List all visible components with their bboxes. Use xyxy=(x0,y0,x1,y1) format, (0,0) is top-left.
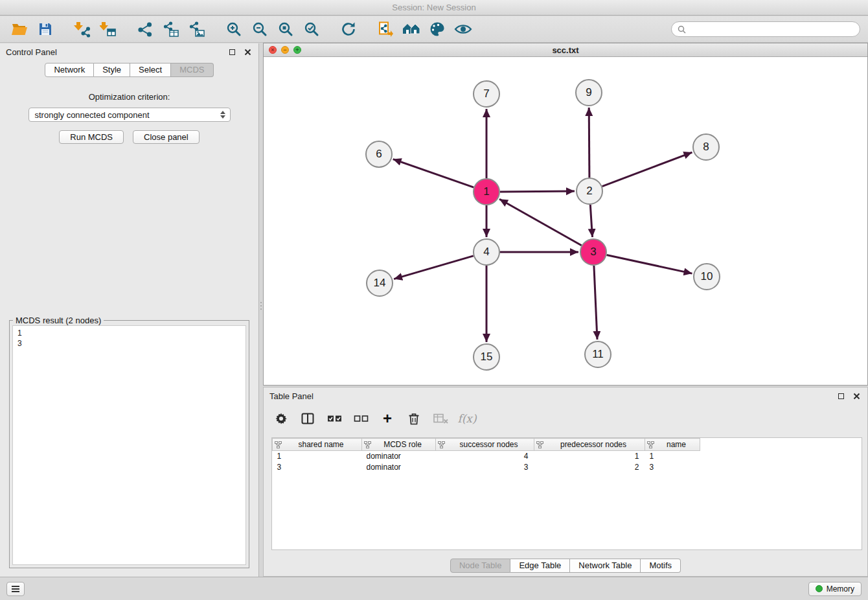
graph-edge-3-1[interactable] xyxy=(499,199,582,245)
graph-edge-3-10[interactable] xyxy=(607,255,692,274)
copy-network-button[interactable] xyxy=(372,17,398,41)
deselect-all-rows-button[interactable] xyxy=(352,410,369,427)
search-box[interactable] xyxy=(671,21,860,37)
add-column-button[interactable]: + xyxy=(379,410,396,427)
select-all-icon xyxy=(327,414,342,423)
graph-node-6[interactable]: 6 xyxy=(366,141,392,167)
table-header-row: shared name MCDS role successor nodes pr… xyxy=(273,439,700,451)
save-session-button[interactable] xyxy=(32,17,58,41)
graph-node-2[interactable]: 2 xyxy=(577,178,602,204)
search-icon xyxy=(678,25,686,34)
cell-predecessor-nodes[interactable]: 2 xyxy=(534,462,645,473)
open-style-button[interactable] xyxy=(424,17,450,41)
graph-node-label: 2 xyxy=(586,185,592,197)
tab-select[interactable]: Select xyxy=(130,63,171,77)
column-header-mcds-role[interactable]: MCDS role xyxy=(362,439,436,451)
float-control-panel-button[interactable] xyxy=(227,47,237,57)
cell-shared-name[interactable]: 3 xyxy=(273,462,362,473)
graph-edge-2-3[interactable] xyxy=(590,205,592,237)
export-network-image-button[interactable] xyxy=(184,17,210,41)
mcds-result-list[interactable]: 1 3 xyxy=(12,325,246,565)
zoom-window-button[interactable]: + xyxy=(293,46,301,54)
delete-table-icon xyxy=(433,413,448,424)
column-header-shared-name[interactable]: shared name xyxy=(273,439,362,451)
cell-name[interactable]: 1 xyxy=(645,451,700,462)
cell-mcds-role[interactable]: dominator xyxy=(362,451,436,462)
cell-successor-nodes[interactable]: 4 xyxy=(436,451,534,462)
window-controls: × − + xyxy=(269,46,301,54)
graph-node-1[interactable]: 1 xyxy=(474,179,499,205)
column-header-successor-nodes[interactable]: successor nodes xyxy=(436,439,534,451)
tab-style[interactable]: Style xyxy=(94,63,130,77)
graph-node-4[interactable]: 4 xyxy=(474,239,499,265)
cell-mcds-role[interactable]: dominator xyxy=(362,462,436,473)
graph-node-7[interactable]: 7 xyxy=(474,81,499,107)
show-hide-graphics-button[interactable] xyxy=(450,17,476,41)
import-network-button[interactable] xyxy=(69,17,95,41)
delete-columns-button[interactable] xyxy=(405,410,422,427)
column-header-predecessor-nodes[interactable]: predecessor nodes xyxy=(534,439,645,451)
graph-node-15[interactable]: 15 xyxy=(474,344,499,370)
control-panel-header: Control Panel xyxy=(0,43,258,60)
close-window-button[interactable]: × xyxy=(269,46,277,54)
close-control-panel-button[interactable] xyxy=(242,47,253,57)
apply-layout-button[interactable] xyxy=(336,17,361,41)
float-table-panel-button[interactable] xyxy=(836,391,846,401)
graph-node-8[interactable]: 8 xyxy=(693,134,719,160)
zoom-selected-button[interactable] xyxy=(299,17,325,41)
memory-button[interactable]: Memory xyxy=(808,582,862,596)
import-table-button[interactable] xyxy=(95,17,121,41)
cell-shared-name[interactable]: 1 xyxy=(273,451,362,462)
close-icon xyxy=(244,49,251,56)
graph-node-label: 4 xyxy=(483,246,489,258)
tab-network[interactable]: Network xyxy=(45,63,94,77)
first-neighbors-button[interactable] xyxy=(398,17,424,41)
graph-node-3[interactable]: 3 xyxy=(580,239,606,265)
toggle-column-panel-button[interactable] xyxy=(299,410,316,427)
save-icon xyxy=(38,21,53,37)
graph-edge-2-9[interactable] xyxy=(589,108,589,178)
graph-node-11[interactable]: 11 xyxy=(585,341,611,367)
new-network-from-table-button[interactable] xyxy=(158,17,184,41)
zoom-fit-button[interactable] xyxy=(273,17,299,41)
new-network-button[interactable] xyxy=(132,17,158,41)
criterion-dropdown[interactable]: strongly connected component xyxy=(29,108,231,122)
cell-predecessor-nodes[interactable]: 1 xyxy=(534,451,645,462)
zoom-in-button[interactable] xyxy=(221,17,247,41)
tab-edge-table[interactable]: Edge Table xyxy=(510,559,570,573)
control-panel: Control Panel Network Style Select MCDS … xyxy=(0,43,259,577)
graph-edge-1-6[interactable] xyxy=(393,159,474,188)
close-panel-button[interactable]: Close panel xyxy=(133,130,200,144)
graph-node-14[interactable]: 14 xyxy=(367,270,393,296)
tab-node-table[interactable]: Node Table xyxy=(450,559,511,573)
select-all-rows-button[interactable] xyxy=(326,410,343,427)
run-mcds-button[interactable]: Run MCDS xyxy=(59,130,124,144)
table-row[interactable]: 1 dominator 4 1 1 xyxy=(273,451,700,462)
graph-edge-1-2[interactable] xyxy=(500,191,575,192)
import-table-icon xyxy=(100,21,117,38)
network-graph: 7968124314101511 xyxy=(264,57,867,384)
tab-network-table[interactable]: Network Table xyxy=(570,559,641,573)
search-input[interactable] xyxy=(690,25,854,34)
graph-edge-3-11[interactable] xyxy=(594,266,597,340)
close-table-panel-button[interactable] xyxy=(851,391,862,401)
gear-icon xyxy=(275,412,288,425)
tab-mcds[interactable]: MCDS xyxy=(171,63,213,77)
network-window-title: scc.txt xyxy=(264,45,867,55)
table-settings-button[interactable] xyxy=(273,410,290,427)
network-canvas[interactable]: 7968124314101511 xyxy=(264,57,867,384)
open-session-button[interactable] xyxy=(6,17,32,41)
control-panel-tabs: Network Style Select MCDS xyxy=(0,63,258,77)
task-list-button[interactable] xyxy=(6,582,25,596)
minimize-window-button[interactable]: − xyxy=(281,46,289,54)
graph-node-10[interactable]: 10 xyxy=(694,264,720,290)
tab-motifs[interactable]: Motifs xyxy=(641,559,681,573)
table-row[interactable]: 3 dominator 3 2 3 xyxy=(273,462,700,473)
graph-edge-2-8[interactable] xyxy=(602,152,692,187)
cell-name[interactable]: 3 xyxy=(645,462,700,473)
zoom-out-button[interactable] xyxy=(247,17,273,41)
cell-successor-nodes[interactable]: 3 xyxy=(436,462,534,473)
graph-node-9[interactable]: 9 xyxy=(576,80,602,106)
column-header-name[interactable]: name xyxy=(645,439,700,451)
graph-edge-4-14[interactable] xyxy=(394,256,474,279)
